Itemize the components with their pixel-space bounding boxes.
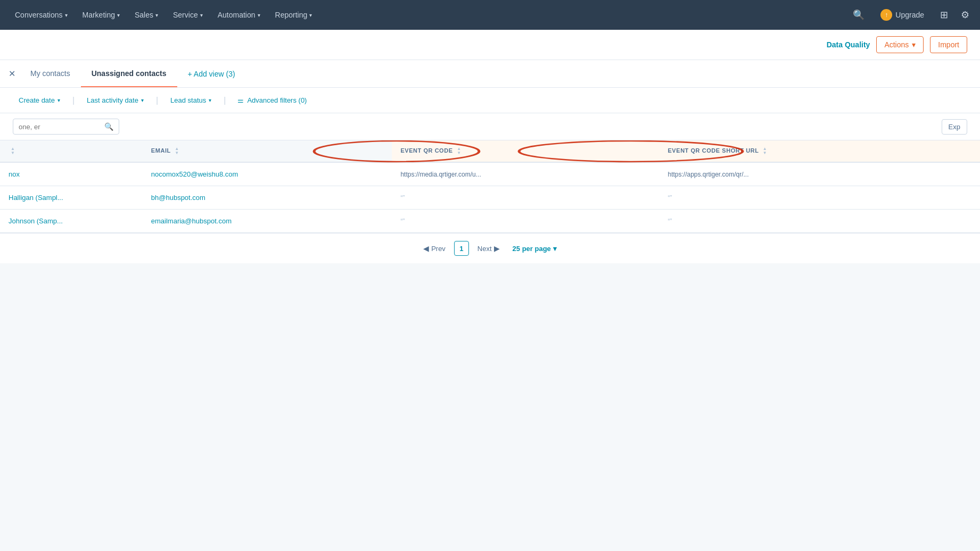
table-header-row: ▲▼ EMAIL ▲▼ EVENT QR CODE ▲▼ EVENT QR CO… <box>0 140 980 162</box>
upgrade-button[interactable]: ↑ Upgrade <box>875 6 929 24</box>
filters-bar: Create date ▾ | Last activity date ▾ | L… <box>0 88 980 113</box>
toolbar: Data Quality Actions ▾ Import <box>0 30 980 60</box>
contacts-table: ▲▼ EMAIL ▲▼ EVENT QR CODE ▲▼ EVENT QR CO… <box>0 140 980 233</box>
add-view-button[interactable]: + Add view (3) <box>177 61 246 87</box>
cell-event-qr-code-short-url: “” <box>659 186 980 210</box>
email-link[interactable]: bh@hubspot.com <box>151 194 205 202</box>
table-row: Halligan (Sampl... bh@hubspot.com “” “” <box>0 186 980 210</box>
filter-create-date[interactable]: Create date ▾ <box>13 93 66 107</box>
settings-icon[interactable]: ⚙ <box>959 7 971 23</box>
cell-name: nox <box>0 162 143 186</box>
table-row: nox nocomox520@weishu8.com https://media… <box>0 162 980 186</box>
chevron-down-icon: ▾ <box>912 40 916 49</box>
right-arrow-icon: ▶ <box>494 244 500 253</box>
chevron-down-icon: ▾ <box>200 12 203 18</box>
col-header-event-qr-code-short-url[interactable]: EVENT QR CODE SHORT URL ▲▼ <box>659 140 980 162</box>
table-container: ▲▼ EMAIL ▲▼ EVENT QR CODE ▲▼ EVENT QR CO… <box>0 140 980 233</box>
next-page-button[interactable]: Next ▶ <box>473 241 504 255</box>
col-header-event-qr-code[interactable]: EVENT QR CODE ▲▼ <box>392 140 659 162</box>
sort-icon: ▲▼ <box>457 147 461 155</box>
pagination: ◀ Prev 1 Next ▶ 25 per page ▾ <box>0 233 980 263</box>
cell-email: bh@hubspot.com <box>143 186 392 210</box>
chevron-down-icon: ▾ <box>117 12 120 18</box>
nav-conversations[interactable]: Conversations ▾ <box>9 6 74 23</box>
left-arrow-icon: ◀ <box>423 244 429 253</box>
nav-marketing[interactable]: Marketing ▾ <box>76 6 126 23</box>
search-icon[interactable]: 🔍 <box>851 7 867 23</box>
upgrade-icon: ↑ <box>880 9 892 21</box>
per-page-button[interactable]: 25 per page ▾ <box>508 242 561 255</box>
cell-event-qr-code: “” <box>392 210 659 233</box>
table-wrapper: ▲▼ EMAIL ▲▼ EVENT QR CODE ▲▼ EVENT QR CO… <box>0 140 980 233</box>
search-input[interactable] <box>19 123 101 131</box>
cell-email: emailmaria@hubspot.com <box>143 210 392 233</box>
chevron-down-icon: ▾ <box>57 97 60 103</box>
nav-icons: 🔍 ↑ Upgrade ⊞ ⚙ <box>851 6 971 24</box>
chevron-down-icon: ▾ <box>141 97 144 103</box>
cell-event-qr-code-short-url: “” <box>659 210 980 233</box>
top-nav: Conversations ▾ Marketing ▾ Sales ▾ Serv… <box>0 0 980 30</box>
filter-lead-status[interactable]: Lead status ▾ <box>164 93 217 107</box>
export-button[interactable]: Exp <box>942 119 967 135</box>
search-icon: 🔍 <box>104 122 113 131</box>
search-box[interactable]: 🔍 <box>13 119 119 135</box>
col-header-name[interactable]: ▲▼ <box>0 140 143 162</box>
nav-reporting[interactable]: Reporting ▾ <box>269 6 319 23</box>
nav-service[interactable]: Service ▾ <box>167 6 209 23</box>
cell-name: Johnson (Samp... <box>0 210 143 233</box>
sort-icon: ▲▼ <box>763 147 767 155</box>
tab-close-button[interactable]: ✕ <box>4 60 20 87</box>
import-button[interactable]: Import <box>930 36 967 53</box>
chevron-down-icon: ▾ <box>209 97 211 103</box>
tab-my-contacts[interactable]: My contacts <box>20 61 81 87</box>
marketplace-icon[interactable]: ⊞ <box>938 7 950 23</box>
chevron-down-icon: ▾ <box>553 245 557 253</box>
cell-event-qr-code: “” <box>392 186 659 210</box>
cell-email: nocomox520@weishu8.com <box>143 162 392 186</box>
tabs-bar: ✕ My contacts Unassigned contacts + Add … <box>0 60 980 88</box>
chevron-down-icon: ▾ <box>155 12 158 18</box>
prev-page-button[interactable]: ◀ Prev <box>419 241 450 255</box>
nav-automation[interactable]: Automation ▾ <box>211 6 267 23</box>
contact-link[interactable]: nox <box>9 170 20 178</box>
chevron-down-icon: ▾ <box>309 12 312 18</box>
contact-link[interactable]: Halligan (Sampl... <box>9 194 63 202</box>
sort-icon: ▲▼ <box>11 147 15 155</box>
chevron-down-icon: ▾ <box>65 12 68 18</box>
contact-link[interactable]: Johnson (Samp... <box>9 217 63 225</box>
email-link[interactable]: emailmaria@hubspot.com <box>151 217 232 225</box>
filter-icon: ⚌ <box>237 96 244 104</box>
col-header-email[interactable]: EMAIL ▲▼ <box>143 140 392 162</box>
data-quality-link[interactable]: Data Quality <box>827 40 870 49</box>
advanced-filters-button[interactable]: ⚌ Advanced filters (0) <box>232 94 312 107</box>
page-number[interactable]: 1 <box>454 241 469 256</box>
cell-event-qr-code: https://media.qrtiger.com/u... <box>392 162 659 186</box>
cell-name: Halligan (Sampl... <box>0 186 143 210</box>
nav-sales[interactable]: Sales ▾ <box>128 6 164 23</box>
actions-button[interactable]: Actions ▾ <box>876 36 924 53</box>
table-row: Johnson (Samp... emailmaria@hubspot.com … <box>0 210 980 233</box>
sort-icon: ▲▼ <box>175 147 179 155</box>
cell-event-qr-code-short-url: https://apps.qrtiger.com/qr/... <box>659 162 980 186</box>
chevron-down-icon: ▾ <box>258 12 260 18</box>
email-link[interactable]: nocomox520@weishu8.com <box>151 170 238 178</box>
tab-unassigned-contacts[interactable]: Unassigned contacts <box>81 61 177 87</box>
search-row: 🔍 Exp <box>0 113 980 140</box>
filter-last-activity-date[interactable]: Last activity date ▾ <box>81 93 150 107</box>
